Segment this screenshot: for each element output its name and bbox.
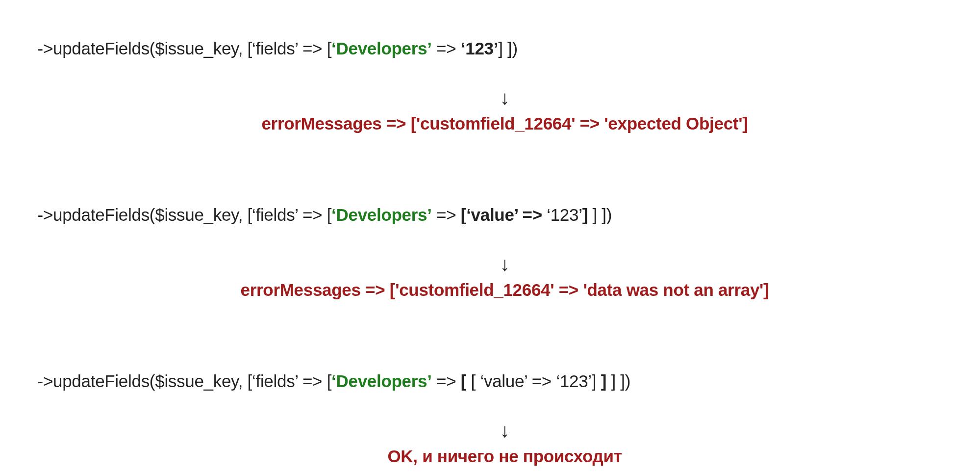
example-block-3: ->updateFields($issue_key, [‘fields’ => … — [10, 347, 970, 467]
field-value: ‘123’ — [547, 205, 582, 224]
arrow-down-icon: ↓ — [10, 253, 970, 275]
code-line: ->updateFields($issue_key, [‘fields’ => … — [10, 181, 970, 248]
code-segment: => — [432, 39, 461, 58]
field-name: ‘Developers’ — [331, 39, 432, 58]
error-message: errorMessages => ['customfield_12664' =>… — [10, 279, 970, 301]
code-line: ->updateFields($issue_key, [‘fields’ => … — [10, 15, 970, 82]
arrow-down-icon: ↓ — [10, 87, 970, 108]
code-segment: ] ]) — [588, 205, 612, 224]
field-value: [ ‘value’ => ‘123’] — [471, 371, 597, 391]
code-segment: ] ]) — [498, 39, 518, 58]
field-name: ‘Developers’ — [331, 371, 432, 391]
slide-content: ->updateFields($issue_key, [‘fields’ => … — [0, 0, 980, 474]
code-segment: ] ]) — [606, 371, 630, 391]
field-value: ‘123’ — [461, 39, 498, 58]
code-line: ->updateFields($issue_key, [‘fields’ => … — [10, 347, 970, 415]
code-segment: => — [432, 205, 461, 224]
code-segment: ->updateFields($issue_key, [‘fields’ => … — [38, 371, 332, 391]
code-segment: => — [432, 371, 461, 391]
example-block-2: ->updateFields($issue_key, [‘fields’ => … — [10, 181, 970, 301]
code-segment: ->updateFields($issue_key, [‘fields’ => … — [38, 205, 332, 224]
code-segment: ->updateFields($issue_key, [‘fields’ => … — [38, 39, 332, 58]
example-block-1: ->updateFields($issue_key, [‘fields’ => … — [10, 15, 970, 134]
ok-message: OK, и ничего не происходит — [10, 445, 970, 468]
arrow-down-icon: ↓ — [10, 420, 970, 441]
array-wrapper-open: [ — [461, 371, 471, 391]
array-wrapper-close: ] — [596, 371, 606, 391]
value-wrapper-close: ] — [582, 205, 588, 224]
value-wrapper-open: [‘value’ => — [461, 205, 547, 224]
error-message: errorMessages => ['customfield_12664' =>… — [10, 112, 970, 135]
field-name: ‘Developers’ — [331, 205, 432, 224]
